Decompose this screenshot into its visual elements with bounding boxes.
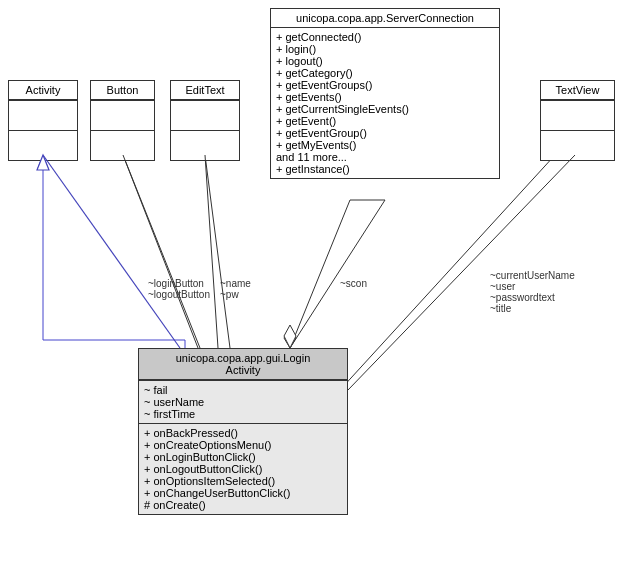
edittext-section2 (171, 130, 239, 160)
login-fields: ~ fail ~ userName ~ firstTime (139, 380, 347, 423)
svg-marker-7 (284, 328, 296, 348)
login-title-line2: Activity (144, 364, 342, 376)
login-method-3: + onLoginButtonClick() (144, 451, 342, 463)
activity-section1 (9, 100, 77, 130)
login-title-line1: unicopa.copa.app.gui.Login (144, 352, 342, 364)
server-method-4: + getCategory() (276, 67, 494, 79)
server-method-3: + logout() (276, 55, 494, 67)
server-method-5: + getEventGroups() (276, 79, 494, 91)
login-method-6: + onChangeUserButtonClick() (144, 487, 342, 499)
login-title: unicopa.copa.app.gui.Login Activity (139, 349, 347, 380)
server-title: unicopa.copa.app.ServerConnection (271, 9, 499, 28)
login-method-1: + onBackPressed() (144, 427, 342, 439)
label-loginbutton: ~loginButton ~logoutButton (148, 278, 210, 300)
svg-line-5 (205, 155, 230, 348)
login-method-4: + onLogoutButtonClick() (144, 463, 342, 475)
activity-box: Activity (8, 80, 78, 161)
edittext-box: EditText (170, 80, 240, 161)
login-activity-box: unicopa.copa.app.gui.Login Activity ~ fa… (138, 348, 348, 515)
login-method-5: + onOptionsItemSelected() (144, 475, 342, 487)
activity-section2 (9, 130, 77, 160)
activity-title: Activity (9, 81, 77, 100)
login-method-2: + onCreateOptionsMenu() (144, 439, 342, 451)
server-methods: + getConnected() + login() + logout() + … (271, 28, 499, 178)
button-box: Button (90, 80, 155, 161)
server-method-9: + getEventGroup() (276, 127, 494, 139)
svg-line-6 (290, 200, 350, 348)
label-currentusername: ~currentUserName ~user ~passwordtext ~ti… (490, 270, 575, 314)
label-name-pw: ~name ~pw (220, 278, 251, 300)
login-field-fail: ~ fail (144, 384, 342, 396)
server-box: unicopa.copa.app.ServerConnection + getC… (270, 8, 500, 179)
button-title: Button (91, 81, 154, 100)
textview-title: TextView (541, 81, 614, 100)
textview-section2 (541, 130, 614, 160)
edittext-title: EditText (171, 81, 239, 100)
server-method-6: + getEvents() (276, 91, 494, 103)
login-field-firsttime: ~ firstTime (144, 408, 342, 420)
login-field-username: ~ userName (144, 396, 342, 408)
textview-section1 (541, 100, 614, 130)
svg-line-4 (123, 155, 200, 348)
login-method-7: # onCreate() (144, 499, 342, 511)
edittext-section1 (171, 100, 239, 130)
server-method-7: + getCurrentSingleEvents() (276, 103, 494, 115)
server-method-2: + login() (276, 43, 494, 55)
server-method-11: + getInstance() (276, 163, 494, 175)
button-section1 (91, 100, 154, 130)
textview-box: TextView (540, 80, 615, 161)
server-method-8: + getEvent() (276, 115, 494, 127)
server-method-more: and 11 more... (276, 151, 494, 163)
label-scon: ~scon (340, 278, 367, 289)
server-method-1: + getConnected() (276, 31, 494, 43)
button-section2 (91, 130, 154, 160)
login-methods: + onBackPressed() + onCreateOptionsMenu(… (139, 423, 347, 514)
server-method-10: + getMyEvents() (276, 139, 494, 151)
